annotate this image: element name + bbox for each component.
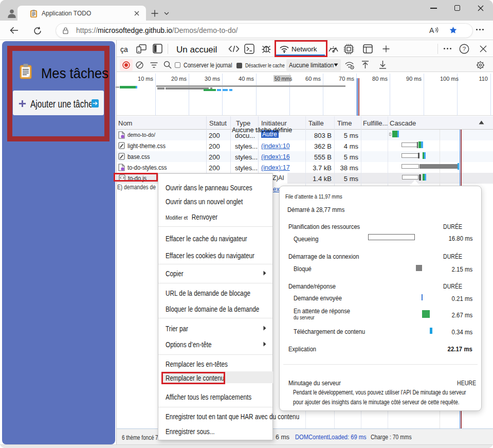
svg-text:A: A	[429, 26, 434, 34]
svg-text:?: ?	[463, 46, 466, 52]
